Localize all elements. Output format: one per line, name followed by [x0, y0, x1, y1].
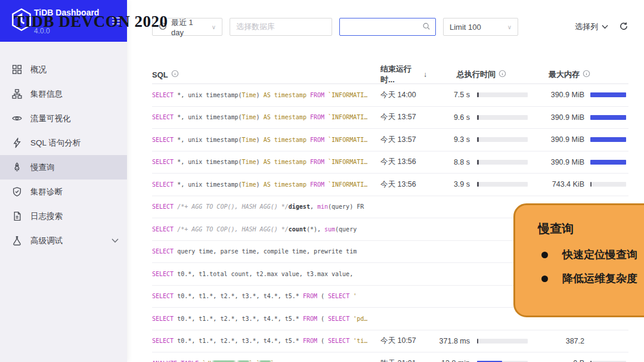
- max-mem-cell: 390.9 MiB: [528, 113, 628, 122]
- sidebar-item-7[interactable]: 高级调试: [0, 228, 127, 253]
- end-time-cell: 今天 10:57: [373, 336, 427, 346]
- table-row[interactable]: SELECT *, unix_timestamp(Time) AS timest…: [152, 107, 628, 129]
- sql-cell: SELECT t0.*, t1.total_count, t2.max_valu…: [152, 271, 373, 277]
- sidebar-item-label: 集群诊断: [30, 187, 63, 197]
- callout-title: 慢查询: [538, 221, 644, 237]
- max-mem-bar: [590, 92, 626, 97]
- sql-cell: SELECT *, unix_timestamp(Time) AS timest…: [152, 92, 373, 98]
- refresh-icon[interactable]: [619, 21, 628, 33]
- sidebar-item-6[interactable]: 日志搜索: [0, 204, 127, 228]
- app-title: TiDB Dashboard: [34, 8, 99, 17]
- max-mem-cell: 390.9 MiB: [528, 158, 628, 166]
- bullet-dot-icon: [541, 276, 548, 282]
- document-icon: [12, 211, 22, 221]
- sidebar-nav: 概况集群信息流量可视化SQL 语句分析慢查询集群诊断日志搜索高级调试: [0, 42, 127, 253]
- time-range-picker[interactable]: 最近 1 day ∨: [152, 18, 222, 36]
- exec-time-cell: 8.8 s: [427, 158, 528, 166]
- table-row[interactable]: SELECT *, unix_timestamp(Time) AS timest…: [152, 129, 628, 151]
- col-header-end-time[interactable]: 结束运行时... ↓: [373, 64, 427, 85]
- clock-icon: [159, 22, 167, 32]
- max-mem-cell: 743.4 KiB: [528, 180, 628, 188]
- callout-bullet: 降低运维复杂度: [541, 271, 644, 286]
- sidebar-item-1[interactable]: 集群信息: [0, 82, 127, 106]
- max-mem-bar: [590, 115, 626, 120]
- col-header-sql-label: SQL: [152, 70, 168, 79]
- search-box[interactable]: [339, 18, 436, 36]
- exec-time-bar: [477, 160, 528, 165]
- sql-cell: SELECT t0.*, t1.*, t2.*, t3.*, t4.*, t5.…: [152, 338, 373, 344]
- sidebar-item-5[interactable]: 集群诊断: [0, 180, 127, 204]
- sidebar-item-label: 慢查询: [30, 162, 55, 173]
- exec-time-bar: [477, 137, 528, 142]
- grid-icon: [12, 64, 22, 75]
- col-header-max-mem[interactable]: 最大内存: [528, 69, 628, 80]
- col-header-exec-time[interactable]: 总执行时间: [427, 69, 528, 80]
- table-row[interactable]: SELECT *, unix_timestamp(Time) AS timest…: [152, 151, 628, 174]
- shield-icon: [12, 187, 22, 197]
- bullet-dot-icon: [541, 252, 548, 258]
- sql-cell: SELECT /*+ AGG_TO_COP(), HASH_AGG() */co…: [152, 226, 373, 233]
- table-row[interactable]: SELECT t0.*, t1.*, t2.*, t3.*, t4.*, t5.…: [152, 330, 628, 353]
- database-select-placeholder: 选择数据库: [236, 21, 275, 32]
- tidb-logo-icon: [10, 8, 33, 34]
- callout-bullet-text: 降低运维复杂度: [562, 271, 637, 286]
- search-input[interactable]: [346, 22, 414, 32]
- max-mem-bar: [590, 137, 626, 142]
- sql-cell: SELECT *, unix_timestamp(Time) AS timest…: [152, 114, 373, 120]
- exec-time-bar: [477, 182, 528, 187]
- table-row[interactable]: ANALYZE TABLE `db██████ ███`.`███`;昨天 21…: [152, 352, 628, 362]
- time-range-value: 最近 1 day: [171, 17, 208, 37]
- brand-header: TiDB Dashboard 4.0.0: [0, 0, 127, 42]
- max-mem-bar: [590, 182, 626, 187]
- end-time-cell: 今天 13:57: [373, 112, 427, 122]
- end-time-cell: 今天 13:56: [373, 180, 427, 190]
- search-icon[interactable]: [422, 22, 431, 32]
- end-time-cell: 今天 14:00: [373, 90, 427, 100]
- sidebar: TiDB Dashboard 4.0.0 概况集群信息流量可视化SQL 语句分析…: [0, 0, 127, 362]
- exec-time-bar: [477, 92, 528, 97]
- sql-cell: SELECT query_time, parse_time, compile_t…: [152, 248, 373, 255]
- table-row[interactable]: SELECT *, unix_timestamp(Time) AS timest…: [152, 84, 628, 107]
- max-mem-cell: 0 B: [528, 359, 628, 362]
- callout-bullet-list: 快速定位慢查询降低运维复杂度: [541, 247, 644, 286]
- chevron-down-icon: [112, 236, 119, 245]
- col-header-exec-time-label: 总执行时间: [457, 69, 496, 80]
- exec-time-bar: [477, 339, 528, 344]
- limit-select[interactable]: Limit 100 ∨: [443, 18, 518, 36]
- toolbar: 最近 1 day ∨ 选择数据库 Limit 100 ∨ 选择列: [152, 18, 628, 36]
- choose-columns-button[interactable]: 选择列: [575, 21, 608, 32]
- exec-time-cell: 371.8 ms: [427, 337, 528, 345]
- sidebar-item-4[interactable]: 慢查询: [0, 155, 127, 180]
- max-mem-cell: 390.9 MiB: [528, 91, 628, 99]
- end-time-cell: 今天 13:57: [373, 135, 427, 145]
- chevron-down-icon: ∨: [507, 24, 512, 30]
- limit-value: Limit 100: [450, 23, 481, 32]
- cluster-icon: [12, 89, 22, 99]
- sql-cell: SELECT *, unix_timestamp(Time) AS timest…: [152, 137, 373, 143]
- end-time-cell: 昨天 21:01: [373, 358, 427, 362]
- callout-bullet: 快速定位慢查询: [541, 247, 644, 262]
- sidebar-item-2[interactable]: 流量可视化: [0, 106, 127, 131]
- table-row[interactable]: SELECT *, unix_timestamp(Time) AS timest…: [152, 174, 628, 196]
- lightning-icon: [12, 138, 22, 148]
- app-version: 4.0.0: [34, 27, 50, 35]
- toolbar-right: 选择列: [575, 21, 628, 33]
- info-icon: [171, 70, 179, 79]
- chevron-down-icon: ∨: [212, 24, 216, 30]
- info-icon: [583, 70, 590, 79]
- collapse-menu-icon[interactable]: [112, 17, 121, 27]
- sql-cell: SELECT t0.*, t1.*, t2.*, t3.*, t4.*, t5.…: [152, 293, 373, 299]
- sidebar-item-label: SQL 语句分析: [30, 138, 80, 148]
- col-header-max-mem-label: 最大内存: [549, 69, 580, 80]
- table-header-row: SQL 结束运行时... ↓ 总执行时间 最大内存: [152, 66, 628, 84]
- sidebar-item-3[interactable]: SQL 语句分析: [0, 131, 127, 155]
- main-content: 最近 1 day ∨ 选择数据库 Limit 100 ∨ 选择列: [127, 0, 644, 362]
- eye-icon: [12, 113, 22, 123]
- sidebar-item-0[interactable]: 概况: [0, 57, 127, 82]
- sql-cell: SELECT *, unix_timestamp(Time) AS timest…: [152, 159, 373, 165]
- sidebar-item-label: 高级调试: [30, 236, 63, 246]
- callout-bullet-text: 快速定位慢查询: [562, 247, 637, 262]
- sql-cell: SELECT *, unix_timestamp(Time) AS timest…: [152, 181, 373, 188]
- database-select[interactable]: 选择数据库: [230, 18, 332, 36]
- col-header-sql[interactable]: SQL: [152, 70, 373, 79]
